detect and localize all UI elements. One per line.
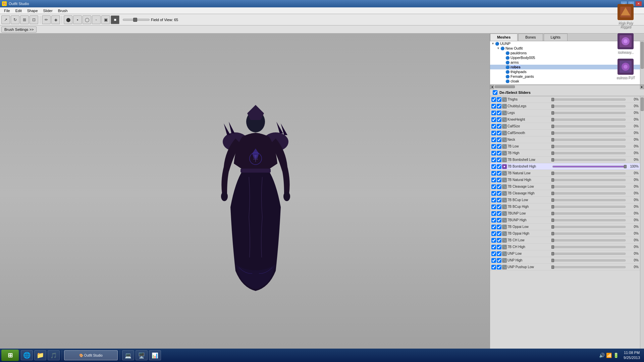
taskbar-outfit-studio[interactable]: 🎨 Outfit Studio [64, 350, 118, 360]
slider-cb1-24[interactable] [491, 258, 496, 263]
slider-cb2-14[interactable] [497, 191, 501, 196]
taskbar-btn-ie[interactable]: 🌐 [21, 350, 33, 360]
fov-track[interactable] [123, 19, 150, 21]
tray-icon-3[interactable]: 🔋 [613, 353, 619, 358]
slider-cb2-24[interactable] [497, 258, 501, 263]
menu-shape[interactable]: Shape [24, 8, 41, 13]
slider-thumb-19[interactable] [551, 225, 554, 229]
shape-square[interactable]: ▪ [73, 15, 82, 24]
slider-thumb-23[interactable] [551, 252, 554, 255]
slider-cb1-19[interactable] [491, 225, 496, 229]
viewport-3d[interactable] [0, 34, 490, 354]
slider-cb1-25[interactable] [491, 265, 496, 269]
slider-cb2-11[interactable] [497, 171, 501, 176]
slider-thumb-22[interactable] [551, 245, 554, 249]
slider-cb1-6[interactable] [491, 137, 496, 142]
slider-cb1-7[interactable] [491, 144, 496, 149]
deselect-checkbox[interactable] [493, 90, 497, 95]
slider-thumb-7[interactable] [551, 145, 554, 148]
hscroll-thumb[interactable] [495, 85, 515, 88]
slider-cb1-2[interactable] [491, 111, 496, 115]
slider-thumb-11[interactable] [551, 172, 554, 175]
tool-brush[interactable]: ✏ [42, 15, 51, 24]
slider-cb1-13[interactable] [491, 184, 496, 189]
fov-thumb[interactable] [133, 18, 137, 22]
shape-point[interactable]: ◦ [92, 15, 101, 24]
slider-cb1-15[interactable] [491, 198, 496, 202]
slider-thumb-1[interactable] [551, 105, 554, 108]
slider-cb1-8[interactable] [491, 151, 496, 156]
taskbar-btn-monitor[interactable]: 🖥️ [136, 350, 148, 360]
slider-thumb-17[interactable] [551, 212, 554, 215]
shape-soft[interactable]: ◯ [83, 15, 91, 24]
slider-cb2-21[interactable] [497, 238, 501, 243]
tool-select[interactable]: ⊡ [30, 15, 38, 24]
slider-cb2-17[interactable] [497, 211, 501, 216]
menu-slider[interactable]: Slider [41, 8, 55, 13]
slider-cb1-16[interactable] [491, 204, 496, 209]
slider-cb1-1[interactable] [491, 104, 496, 109]
slider-cb2-1[interactable] [497, 104, 501, 109]
slider-thumb-4[interactable] [551, 125, 554, 128]
slider-cb2-10[interactable] [497, 164, 501, 169]
slider-cb2-22[interactable] [497, 245, 501, 249]
slider-cb1-18[interactable] [491, 218, 496, 223]
tool-scale[interactable]: ⊞ [20, 15, 29, 24]
tool-move[interactable]: ↗ [1, 15, 10, 24]
slider-cb2-18[interactable] [497, 218, 501, 223]
menu-brush[interactable]: Brush [55, 8, 70, 13]
slider-cb2-9[interactable] [497, 158, 501, 162]
slider-cb2-19[interactable] [497, 225, 501, 229]
tab-lights[interactable]: Lights [544, 34, 568, 41]
start-button[interactable]: ⊞ [1, 350, 19, 361]
slider-thumb-13[interactable] [551, 185, 554, 188]
tray-icon-1[interactable]: 🔊 [599, 353, 605, 358]
slider-thumb-0[interactable] [551, 98, 554, 101]
slider-cb2-15[interactable] [497, 198, 501, 202]
slider-cb2-20[interactable] [497, 231, 501, 236]
taskbar-btn-stats[interactable]: 📊 [149, 350, 161, 360]
slider-cb1-9[interactable] [491, 158, 496, 162]
tool-deform[interactable]: ◈ [51, 15, 60, 24]
slider-cb2-8[interactable] [497, 151, 501, 156]
desktop-icon-high-poly[interactable]: High Poly Rigged [612, 3, 639, 30]
slider-thumb-20[interactable] [551, 232, 554, 235]
slider-thumb-12[interactable] [551, 178, 554, 182]
slider-thumb-15[interactable] [551, 198, 554, 202]
tab-meshes[interactable]: Meshes [490, 34, 518, 41]
slider-cb1-22[interactable] [491, 245, 496, 249]
slider-cb2-12[interactable] [497, 178, 501, 182]
slider-cb2-4[interactable] [497, 124, 501, 129]
slider-thumb-3[interactable] [551, 118, 554, 121]
slider-thumb-25[interactable] [551, 265, 554, 269]
slider-cb2-2[interactable] [497, 111, 501, 115]
slider-cb1-17[interactable] [491, 211, 496, 216]
brush-settings-button[interactable]: Brush Settings >> [1, 26, 37, 33]
slider-cb1-14[interactable] [491, 191, 496, 196]
tray-icon-2[interactable]: 📶 [606, 353, 612, 358]
slider-thumb-2[interactable] [551, 111, 554, 115]
taskbar-btn-explorer[interactable]: 📁 [34, 350, 46, 360]
shape-custom[interactable]: ■ [111, 15, 119, 24]
slider-cb2-5[interactable] [497, 131, 501, 135]
slider-thumb-6[interactable] [551, 138, 554, 141]
taskbar-clock[interactable]: 11:08 PM 9/25/2013 [621, 350, 643, 361]
slider-cb2-16[interactable] [497, 204, 501, 209]
slider-cb1-20[interactable] [491, 231, 496, 236]
slider-cb1-5[interactable] [491, 131, 496, 135]
slider-thumb-18[interactable] [551, 219, 554, 222]
slider-thumb-8[interactable] [551, 152, 554, 155]
slider-thumb-16[interactable] [551, 205, 554, 208]
desktop-icon-eulross[interactable]: eulross FUT [612, 57, 639, 81]
slider-cb2-13[interactable] [497, 184, 501, 189]
slider-thumb-14[interactable] [551, 192, 554, 195]
menu-edit[interactable]: Edit [13, 8, 24, 13]
slider-cb1-3[interactable] [491, 117, 496, 122]
slider-cb2-3[interactable] [497, 117, 501, 122]
slider-thumb-21[interactable] [551, 239, 554, 242]
slider-thumb-24[interactable] [551, 259, 554, 262]
slider-cb1-12[interactable] [491, 178, 496, 182]
slider-cb2-25[interactable] [497, 265, 501, 269]
desktop-icon-isoheavy[interactable]: isoheavy... [612, 32, 639, 55]
slider-cb1-4[interactable] [491, 124, 496, 129]
